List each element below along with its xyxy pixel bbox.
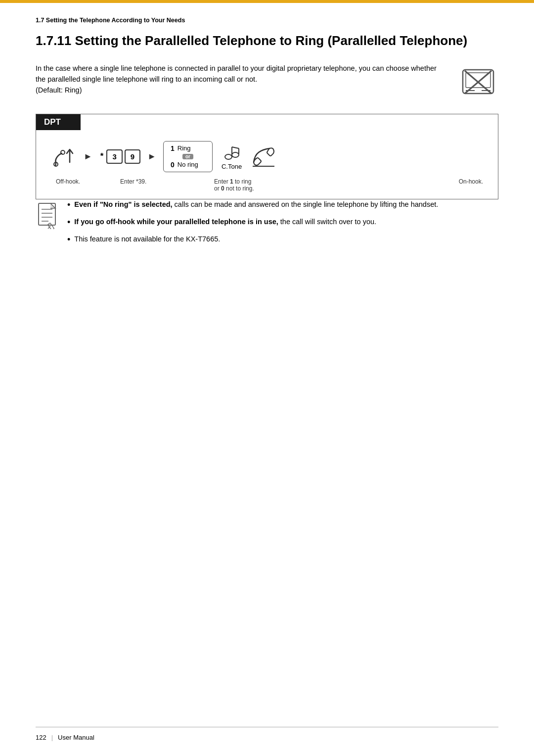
note-icon xyxy=(36,201,58,231)
note-item-2: • If you go off-hook while your parallel… xyxy=(67,217,498,229)
notes-block: • Even if "No ring" is selected, calls c… xyxy=(36,199,498,251)
key-9: 9 xyxy=(125,149,140,164)
footer-divider xyxy=(36,727,498,727)
notes-list: • Even if "No ring" is selected, calls c… xyxy=(67,199,498,251)
label-enter-options: Enter 1 to ringor 0 not to ring. xyxy=(214,178,293,192)
svg-line-8 xyxy=(55,163,56,166)
offhook-icon xyxy=(51,144,77,168)
key-3: 3 xyxy=(106,149,122,164)
svg-line-12 xyxy=(232,147,239,148)
footer-page-number: 122 xyxy=(36,734,46,741)
footer-separator: | xyxy=(51,734,53,741)
diagram-box: DPT ► * 3 9 xyxy=(36,114,498,199)
arrow-1: ► xyxy=(82,151,94,162)
footer-manual-title: User Manual xyxy=(58,734,94,741)
ctone-icon: C.Tone xyxy=(222,143,242,170)
option-ring: 1 Ring xyxy=(171,144,191,152)
page-footer: 122 | User Manual xyxy=(36,734,498,741)
diagram-flow: ► * 3 9 ► 1 Ring or 0 No ring xyxy=(36,130,498,177)
intro-block: In the case where a single line telephon… xyxy=(36,63,498,100)
svg-point-7 xyxy=(61,150,65,154)
option-box: 1 Ring or 0 No ring xyxy=(163,141,213,172)
star-key: * xyxy=(99,151,105,161)
note-item-1: • Even if "No ring" is selected, calls c… xyxy=(67,199,498,212)
section-number: 1.7.11 xyxy=(36,33,71,48)
key-buttons: * 3 9 xyxy=(99,149,140,164)
onhook-icon xyxy=(251,144,276,168)
diagram-labels: Off-hook. Enter *39. Enter 1 to ringor 0… xyxy=(36,177,498,199)
section-title-text: Setting the Parallelled Telephone to Rin… xyxy=(75,33,468,48)
breadcrumb: 1.7 Setting the Telephone According to Y… xyxy=(36,17,498,24)
label-enter-star39: Enter *39. xyxy=(120,178,199,192)
phone-image-icon xyxy=(459,65,498,100)
option-noring: 0 No ring xyxy=(171,161,198,169)
ctone-text: C.Tone xyxy=(222,163,242,170)
note-item-3: • This feature is not available for the … xyxy=(67,234,498,246)
dpt-label: DPT xyxy=(36,114,81,130)
svg-point-14 xyxy=(232,152,239,157)
svg-point-10 xyxy=(225,154,232,159)
section-title: 1.7.11 Setting the Parallelled Telephone… xyxy=(36,33,498,49)
arrow-2: ► xyxy=(145,151,158,162)
label-offhook: Off-hook. xyxy=(56,178,100,192)
label-onhook: On-hook. xyxy=(293,178,483,192)
intro-text: In the case where a single line telephon… xyxy=(36,63,444,96)
